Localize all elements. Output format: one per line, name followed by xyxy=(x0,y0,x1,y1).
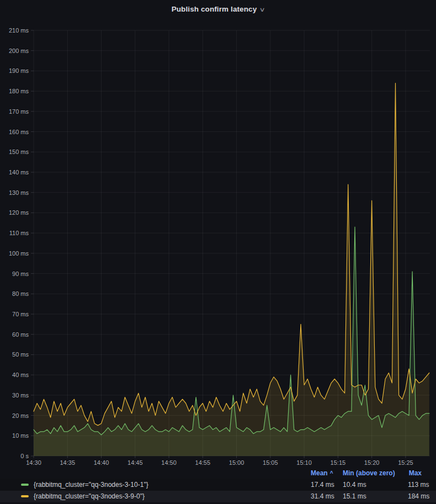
x-axis-label: 14:50 xyxy=(161,459,177,466)
y-axis-label: 30 ms xyxy=(12,392,29,399)
series-color-swatch-yellow[interactable] xyxy=(21,495,29,497)
y-axis-label: 60 ms xyxy=(12,331,29,338)
panel-header[interactable]: Publish confirm latency ∨ xyxy=(0,0,436,18)
mean-value: 17.4 ms xyxy=(311,481,343,489)
mean-value: 31.4 ms xyxy=(311,492,343,500)
y-axis-label: 0 s xyxy=(20,453,29,459)
y-axis-label: 160 ms xyxy=(9,129,29,135)
y-axis-label: 90 ms xyxy=(12,270,29,277)
y-axis-label: 180 ms xyxy=(9,88,29,94)
y-axis-label: 20 ms xyxy=(12,412,29,419)
x-axis-label: 15:10 xyxy=(296,459,312,466)
y-axis-label: 200 ms xyxy=(9,47,29,54)
max-value: 184 ms xyxy=(408,492,436,500)
y-axis-label: 110 ms xyxy=(9,230,29,236)
x-axis-label: 14:55 xyxy=(195,459,211,466)
y-axis-label: 150 ms xyxy=(9,148,29,155)
min-value: 10.4 ms xyxy=(343,481,408,489)
y-axis-label: 210 ms xyxy=(9,27,29,34)
legend-row-qq-3nodes-3-10-1[interactable]: {rabbitmq_cluster="qq-3nodes-3-10-1"} 17… xyxy=(0,479,436,491)
x-axis-label: 15:05 xyxy=(263,459,278,466)
x-axis-label: 15:15 xyxy=(331,459,346,466)
series-fill-1 xyxy=(34,83,429,457)
legend-column-min[interactable]: Min (above zero) xyxy=(343,469,408,477)
y-axis-label: 140 ms xyxy=(9,169,29,176)
legend-column-mean-label: Mean xyxy=(311,469,328,477)
sort-ascending-icon: ^ xyxy=(330,470,333,476)
y-axis-label: 120 ms xyxy=(9,209,29,216)
min-value: 15.1 ms xyxy=(343,492,408,500)
series-label[interactable]: {rabbitmq_cluster="qq-3nodes-3-9-0"} xyxy=(34,492,145,500)
series-label[interactable]: {rabbitmq_cluster="qq-3nodes-3-10-1"} xyxy=(34,481,148,489)
y-axis-label: 40 ms xyxy=(12,372,29,378)
legend-header: Mean^ Min (above zero) Max xyxy=(0,467,436,479)
y-axis-label: 80 ms xyxy=(12,290,29,297)
legend-column-max[interactable]: Max xyxy=(408,469,436,477)
legend: Mean^ Min (above zero) Max {rabbitmq_clu… xyxy=(0,467,436,502)
y-axis-label: 100 ms xyxy=(9,250,29,257)
series-color-swatch-green[interactable] xyxy=(21,484,29,486)
y-axis-label: 50 ms xyxy=(12,351,29,358)
legend-column-mean[interactable]: Mean^ xyxy=(311,469,343,477)
x-axis-label: 14:35 xyxy=(60,459,75,466)
x-axis-label: 15:00 xyxy=(229,459,244,466)
chevron-down-icon[interactable]: ∨ xyxy=(259,7,265,13)
x-axis-label: 14:30 xyxy=(26,459,41,466)
x-axis-label: 14:45 xyxy=(127,459,143,466)
y-axis-label: 170 ms xyxy=(9,108,29,115)
y-axis-label: 190 ms xyxy=(9,67,29,74)
x-axis-label: 14:40 xyxy=(94,459,109,466)
legend-row-qq-3nodes-3-9-0[interactable]: {rabbitmq_cluster="qq-3nodes-3-9-0"} 31.… xyxy=(0,491,436,503)
max-value: 113 ms xyxy=(408,481,436,489)
panel-title: Publish confirm latency xyxy=(172,5,257,13)
grafana-panel: Publish confirm latency ∨ 0 s10 ms20 ms3… xyxy=(0,0,436,504)
y-axis-label: 10 ms xyxy=(12,432,29,439)
x-axis-label: 15:25 xyxy=(398,459,413,466)
latency-chart[interactable]: 0 s10 ms20 ms30 ms40 ms50 ms60 ms70 ms80… xyxy=(0,18,436,467)
y-axis-label: 70 ms xyxy=(12,311,29,317)
x-axis-label: 15:20 xyxy=(364,459,380,466)
y-axis-label: 130 ms xyxy=(9,189,29,196)
